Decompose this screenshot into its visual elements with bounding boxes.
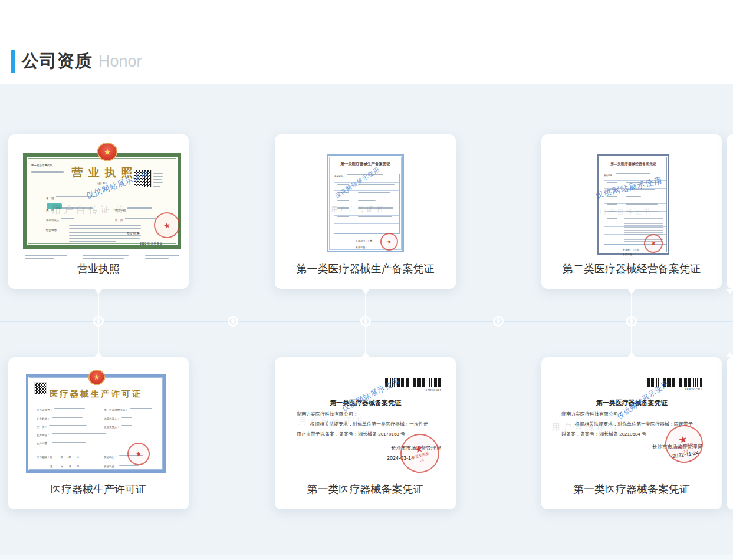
timeline-node xyxy=(493,316,504,327)
timeline-node xyxy=(626,316,637,327)
card-caption: 医疗器械生产许可证 xyxy=(8,482,189,496)
permit-image: 医疗器械生产许可证 许可证编号： 统一社会信用代码： 企业名称： 法定代表人： … xyxy=(26,374,166,473)
label-issuer: 发证部门： xyxy=(104,456,117,459)
redacted-text-block xyxy=(83,252,129,261)
document-line1: 湖南力宾医疗科技有限公司： xyxy=(561,411,623,417)
watermark-user: 用户自传证书 xyxy=(552,422,619,433)
record-date-label: 备案日期： xyxy=(623,253,635,256)
card-caption: 第一类医疗器械生产备案凭证 xyxy=(275,262,456,276)
field-label-legal: 法定代表人 xyxy=(46,219,60,222)
certificate-card-business-license[interactable]: ★ 统一社会信用代码 营业执照 （副 本） 名 称 类 型 成立日期 法定代表人… xyxy=(8,134,189,289)
redacted-text-block xyxy=(153,170,163,189)
label-term-from: 许可期限：自 年 月 日 xyxy=(37,456,79,459)
timeline-node xyxy=(93,316,104,327)
national-emblem-icon: ★ xyxy=(97,143,117,161)
record-dept-label: 备案部门（公章）： xyxy=(623,248,644,251)
record-date-label: 备案日期： xyxy=(356,246,367,249)
business-license-image: 统一社会信用代码 营业执照 （副 本） 名 称 类 型 成立日期 法定代表人 住… xyxy=(23,153,181,249)
label-scope: 生产范围： xyxy=(37,442,50,445)
next-card-partial[interactable] xyxy=(727,134,733,289)
issue-date: 2023 年 3 月 9 日 xyxy=(140,242,163,245)
certificate-image: 第二类医疗器械经营备案凭证 备案编号： 备案部门（公章）： 备案日期： ★ 仅供… xyxy=(597,154,669,255)
permit-title: 医疗器械生产许可证 xyxy=(28,388,163,400)
page-subtitle: Honor xyxy=(98,52,142,71)
certificate-card-class1-record-2[interactable]: RBSXOCR1 第一类医疗器械备案凭证 湖南力宾医疗科技有限公司： 根据相关法… xyxy=(541,357,722,509)
redacted-text-block xyxy=(607,175,617,226)
certificate-card-class2-operation[interactable]: 第二类医疗器械经营备案凭证 备案编号： 备案部门（公章）： 备案日期： ★ 仅供… xyxy=(541,134,722,289)
label-manager: 企业负责人： xyxy=(104,426,120,429)
watermark-site: 仅供网站展示使用 xyxy=(340,376,402,414)
next-card-partial[interactable] xyxy=(727,357,733,509)
document-line3: 用止血带予以备案，备案号：湘长械备 20170168 号 xyxy=(297,431,405,437)
section-header: 公司资质 Honor xyxy=(11,50,142,73)
next-section-edge xyxy=(0,555,733,560)
registrar-label: 登记机关 xyxy=(127,232,140,236)
certificate-title: 第二类医疗器械经营备案凭证 xyxy=(599,162,668,167)
label-issue-date: 发证日期： xyxy=(104,465,117,468)
accent-bar xyxy=(11,50,15,73)
official-seal: ★ xyxy=(151,209,182,241)
timeline-node xyxy=(228,316,238,327)
label-term-to: 至 年 月 日 xyxy=(50,465,80,468)
watermark-user: 用户自传证书 xyxy=(51,204,126,216)
official-seal: ★ 审批专用章 1-3 xyxy=(661,421,707,467)
watermark-user: 用户自传证书 xyxy=(331,205,384,215)
card-caption: 第一类医疗器械备案凭证 xyxy=(275,482,456,496)
seal-number: 1-3 xyxy=(683,449,689,453)
field-label-scope: 经营范围 xyxy=(46,229,57,232)
certificate-table xyxy=(334,174,400,234)
certificate-image: 第一类医疗器械生产备案凭证 备案编号： 备案部门（公章）： 备案日期： ★ 仅供… xyxy=(327,154,404,252)
field-label-address: 住 所 xyxy=(115,219,123,222)
page-title: 公司资质 xyxy=(22,50,93,73)
card-caption: 第二类医疗器械经营备案凭证 xyxy=(541,262,722,276)
redacted-text-block xyxy=(25,252,67,261)
official-seal: ★ xyxy=(379,231,400,252)
national-emblem-icon: ★ xyxy=(88,370,105,385)
card-caption: 营业执照 xyxy=(8,262,189,276)
seal-number: 1-3 xyxy=(419,458,425,463)
record-dept-label: 备案部门（公章）： xyxy=(356,239,377,242)
watermark-user: 用户自传证书 xyxy=(599,207,652,217)
redacted-text-block xyxy=(358,177,395,223)
certificate-card-class1-production[interactable]: 第一类医疗器械生产备案凭证 备案编号： 备案部门（公章）： 备案日期： ★ 仅供… xyxy=(275,134,456,289)
card-caption: 第一类医疗器械备案凭证 xyxy=(541,482,722,496)
redacted-text-block xyxy=(145,252,179,261)
certificate-title: 第一类医疗器械生产备案凭证 xyxy=(328,162,402,167)
certificate-card-production-permit[interactable]: ★ 医疗器械生产许可证 许可证编号： 统一社会信用代码： 企业名称： 法定代表人… xyxy=(8,357,189,509)
watermark-user: 用户自传证书 xyxy=(298,416,366,427)
timeline-node xyxy=(360,316,371,327)
field-label-name: 名 称 xyxy=(46,197,54,200)
certificate-card-class1-record-1[interactable]: 07MION48 第一类医疗器械备案凭证 湖南力宾医疗科技有限公司： 根据相关法… xyxy=(275,357,456,509)
